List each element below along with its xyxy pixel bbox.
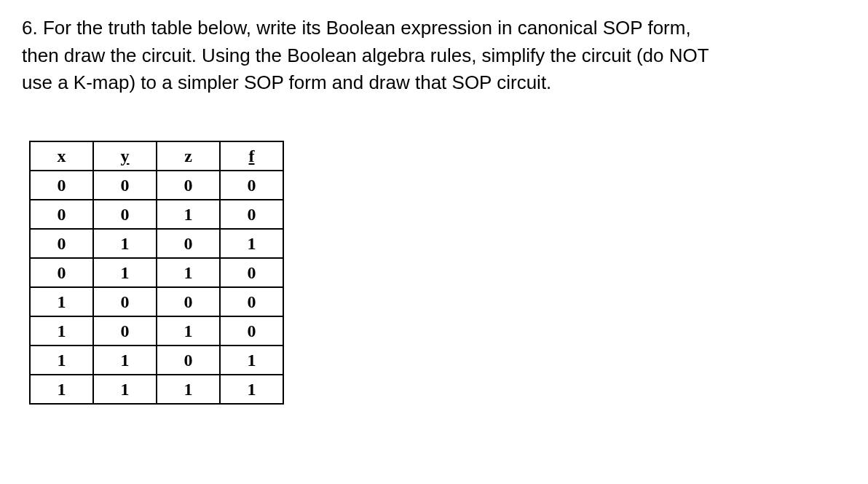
col-header-f: f — [220, 141, 283, 171]
table-row: 1 1 1 1 — [30, 375, 283, 404]
question-text: 6. For the truth table below, write its … — [22, 15, 846, 97]
cell: 0 — [220, 287, 283, 316]
cell: 1 — [220, 229, 283, 258]
col-header-z: z — [157, 141, 220, 171]
cell: 1 — [30, 316, 93, 346]
cell: 1 — [93, 258, 157, 287]
table-row: 1 0 1 0 — [30, 316, 283, 346]
cell: 0 — [30, 229, 93, 258]
table-row: 0 1 0 1 — [30, 229, 283, 258]
question-line-1: 6. For the truth table below, write its … — [22, 15, 846, 42]
cell: 1 — [93, 375, 157, 404]
cell: 0 — [30, 200, 93, 229]
cell: 0 — [220, 200, 283, 229]
question-line-3: use a K-map) to a simpler SOP form and d… — [22, 69, 846, 97]
cell: 1 — [157, 200, 220, 229]
question-line-2: then draw the circuit. Using the Boolean… — [22, 42, 846, 70]
table-row: 1 1 0 1 — [30, 346, 283, 375]
cell: 0 — [220, 171, 283, 200]
cell: 0 — [157, 287, 220, 316]
cell: 1 — [30, 375, 93, 404]
cell: 1 — [93, 229, 157, 258]
cell: 0 — [93, 287, 157, 316]
table-row: 0 1 1 0 — [30, 258, 283, 287]
col-header-x: x — [30, 141, 93, 171]
table-row: 0 0 0 0 — [30, 171, 283, 200]
cell: 1 — [157, 316, 220, 346]
cell: 0 — [93, 171, 157, 200]
cell: 1 — [220, 346, 283, 375]
table-row: 0 0 1 0 — [30, 200, 283, 229]
cell: 1 — [30, 287, 93, 316]
cell: 0 — [93, 200, 157, 229]
cell: 0 — [30, 171, 93, 200]
cell: 1 — [220, 375, 283, 404]
cell: 0 — [30, 258, 93, 287]
cell: 0 — [157, 171, 220, 200]
col-header-y: y — [93, 141, 157, 171]
cell: 1 — [30, 346, 93, 375]
truth-table: x y z f 0 0 0 0 0 0 1 0 0 1 0 1 0 1 1 0 — [29, 141, 284, 405]
cell: 1 — [157, 258, 220, 287]
cell: 0 — [220, 258, 283, 287]
cell: 0 — [157, 229, 220, 258]
cell: 0 — [220, 316, 283, 346]
table-header-row: x y z f — [30, 141, 283, 171]
cell: 1 — [93, 346, 157, 375]
table-row: 1 0 0 0 — [30, 287, 283, 316]
cell: 0 — [93, 316, 157, 346]
cell: 0 — [157, 346, 220, 375]
cell: 1 — [157, 375, 220, 404]
